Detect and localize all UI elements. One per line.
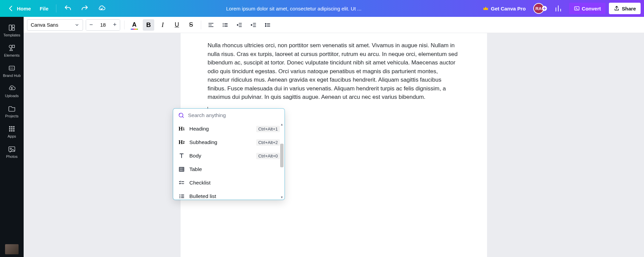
- sidebar-label: Projects: [5, 114, 19, 118]
- chart-icon: [554, 4, 562, 12]
- popup-item-label: Checklist: [189, 180, 280, 186]
- svg-point-27: [180, 197, 181, 198]
- popup-item-subheading[interactable]: H2 Subheading Ctrl+Alt+2: [173, 136, 285, 149]
- apps-icon: [8, 125, 16, 133]
- svg-point-21: [223, 24, 224, 25]
- svg-point-26: [180, 196, 181, 197]
- svg-rect-6: [12, 45, 15, 48]
- popup-item-label: Subheading: [189, 139, 252, 145]
- svg-point-12: [9, 128, 10, 130]
- share-icon: [614, 5, 620, 11]
- home-label: Home: [17, 6, 31, 11]
- svg-point-15: [9, 131, 10, 132]
- checklist-icon: [178, 179, 185, 187]
- outdent-icon: [236, 22, 243, 28]
- svg-point-13: [11, 128, 12, 130]
- sidebar-item-uploads[interactable]: Uploads: [0, 81, 24, 101]
- document-title[interactable]: Lorem ipsum dolor sit amet, consectetur …: [109, 6, 479, 11]
- font-size-input[interactable]: [96, 22, 110, 28]
- uploads-icon: [8, 84, 16, 92]
- cloud-sync-button[interactable]: [94, 2, 109, 15]
- back-home-button[interactable]: Home: [3, 2, 34, 15]
- popup-item-checklist[interactable]: Checklist: [173, 176, 285, 190]
- svg-point-10: [11, 126, 12, 127]
- sidebar-item-templates[interactable]: Templates: [0, 20, 24, 40]
- popup-search-input[interactable]: [188, 112, 280, 118]
- topbar: Home File Lorem ipsum dolor sit amet, co…: [0, 0, 644, 17]
- line-spacing-icon: [264, 22, 271, 28]
- get-canva-pro-button[interactable]: Get Canva Pro: [479, 3, 530, 13]
- popup-item-table[interactable]: Table: [173, 163, 285, 176]
- svg-point-19: [10, 148, 11, 149]
- templates-icon: [8, 24, 16, 32]
- font-size-decrease[interactable]: −: [86, 20, 96, 30]
- popup-item-body[interactable]: Body Ctrl+Alt+0: [173, 149, 285, 163]
- avatar-group[interactable]: RA: [533, 3, 547, 14]
- file-menu-button[interactable]: File: [36, 4, 52, 13]
- sidebar-thumbnail[interactable]: [5, 244, 19, 254]
- bold-button[interactable]: B: [143, 19, 154, 31]
- share-button[interactable]: Share: [609, 3, 641, 14]
- italic-button[interactable]: I: [157, 19, 168, 31]
- h2-icon: H2: [178, 139, 185, 146]
- underline-icon: U: [175, 21, 179, 28]
- toolbar-separator: [201, 21, 201, 29]
- scrollbar-thumb[interactable]: [280, 144, 284, 167]
- pro-label: Get Canva Pro: [491, 6, 526, 11]
- sidebar-item-elements[interactable]: Elements: [0, 40, 24, 61]
- font-size-increase[interactable]: +: [110, 20, 120, 30]
- body-paragraph[interactable]: Nulla rhoncus ultricies orci, non portti…: [208, 41, 460, 102]
- popup-scrollbar[interactable]: ▲ ▼: [280, 122, 284, 200]
- svg-point-14: [14, 128, 15, 130]
- svg-point-20: [223, 23, 224, 24]
- chevron-left-icon: [7, 4, 15, 12]
- undo-button[interactable]: [60, 2, 75, 15]
- undo-icon: [64, 4, 72, 12]
- sidebar-item-apps[interactable]: Apps: [0, 121, 24, 142]
- italic-icon: I: [162, 21, 164, 29]
- topbar-separator: [56, 4, 56, 12]
- bullet-list-icon: [222, 22, 229, 28]
- photos-icon: [8, 145, 16, 153]
- popup-item-heading[interactable]: H1 Heading Ctrl+Alt+1: [173, 122, 285, 136]
- convert-button[interactable]: Convert: [569, 3, 606, 14]
- sidebar-label: Photos: [6, 154, 18, 159]
- svg-rect-3: [12, 25, 15, 27]
- sidebar-item-projects[interactable]: Projects: [0, 101, 24, 121]
- sidebar-item-brand-hub[interactable]: CO. Brand Hub: [0, 61, 24, 81]
- document-page[interactable]: Nulla rhoncus ultricies orci, non portti…: [181, 33, 487, 257]
- popup-item-shortcut: Ctrl+Alt+0: [256, 153, 280, 159]
- scrollbar-up-arrow[interactable]: ▲: [280, 122, 284, 127]
- align-left-icon: [208, 22, 214, 28]
- add-user-icon: [541, 5, 547, 11]
- text-color-button[interactable]: A: [129, 19, 140, 31]
- canvas-area: Nulla rhoncus ultricies orci, non portti…: [24, 33, 644, 257]
- indent-button[interactable]: [248, 19, 259, 31]
- svg-point-11: [14, 126, 15, 127]
- indent-icon: [250, 22, 257, 28]
- align-button[interactable]: [205, 19, 217, 31]
- list-button[interactable]: [219, 19, 231, 31]
- crown-icon: [483, 5, 489, 11]
- underline-button[interactable]: U: [171, 19, 183, 31]
- h1-icon: H1: [178, 125, 185, 133]
- svg-rect-24: [179, 167, 184, 171]
- scrollbar-down-arrow[interactable]: ▼: [280, 195, 284, 200]
- sidebar-label: Uploads: [5, 94, 19, 98]
- outdent-button[interactable]: [234, 19, 245, 31]
- popup-item-bulleted-list[interactable]: Bulleted list: [173, 190, 285, 200]
- scrollbar-track[interactable]: [280, 127, 284, 195]
- font-name: Canva Sans: [31, 22, 58, 28]
- redo-button[interactable]: [77, 2, 92, 15]
- body-text-icon: [178, 152, 185, 160]
- font-family-select[interactable]: Canva Sans: [27, 19, 83, 31]
- strikethrough-button[interactable]: S: [185, 19, 197, 31]
- convert-label: Convert: [582, 6, 601, 11]
- line-spacing-button[interactable]: [262, 19, 273, 31]
- analytics-button[interactable]: [551, 2, 566, 15]
- text-color-a-icon: A: [132, 21, 137, 28]
- topbar-left: Home File: [3, 2, 109, 15]
- sidebar-item-photos[interactable]: Photos: [0, 142, 24, 162]
- left-sidebar: Templates Elements CO. Brand Hub Uploads…: [0, 17, 24, 257]
- svg-point-16: [11, 131, 12, 132]
